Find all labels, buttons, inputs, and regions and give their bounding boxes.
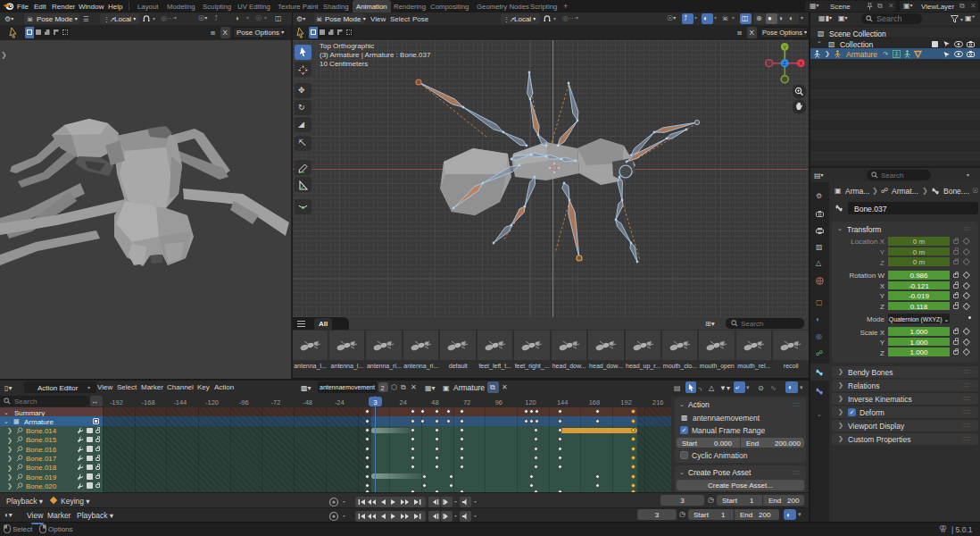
svg-text:X: X xyxy=(799,61,802,66)
svg-text:Y: Y xyxy=(783,45,786,50)
svg-text:Z: Z xyxy=(783,61,786,66)
